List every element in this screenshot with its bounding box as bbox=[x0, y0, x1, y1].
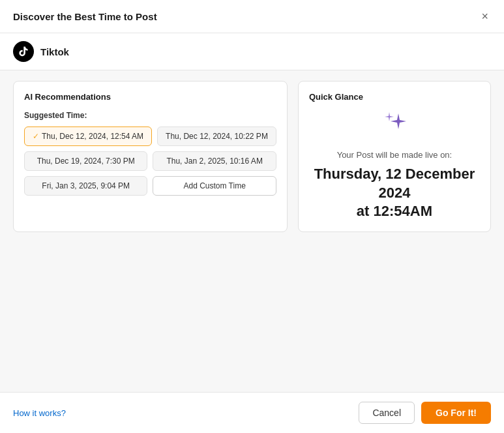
suggested-label: Suggested Time: bbox=[24, 111, 276, 120]
footer-actions: Cancel Go For It! bbox=[359, 402, 491, 424]
platform-row: Tiktok bbox=[0, 33, 504, 70]
add-custom-time-button[interactable]: Add Custom Time bbox=[153, 176, 276, 196]
sparkle-icon bbox=[379, 111, 410, 142]
tiktok-logo-svg bbox=[18, 46, 29, 57]
quick-glance-body: Your Post will be made live on: Thursday… bbox=[309, 111, 480, 221]
modal: Discover the Best Time to Post × Tiktok … bbox=[0, 0, 504, 433]
time-row-2: Thu, Dec 19, 2024, 7:30 PM Thu, Jan 2, 2… bbox=[24, 151, 276, 171]
time-chip-2[interactable]: Thu, Dec 12, 2024, 10:22 PM bbox=[157, 127, 276, 146]
modal-content: AI Recommendations Suggested Time: ✓Thu,… bbox=[0, 70, 504, 243]
go-for-it-button[interactable]: Go For It! bbox=[421, 402, 491, 424]
tiktok-icon bbox=[13, 41, 34, 62]
modal-footer: How it works? Cancel Go For It! bbox=[0, 392, 504, 433]
quick-glance-title: Quick Glance bbox=[309, 92, 480, 102]
ai-panel-title: AI Recommendations bbox=[24, 92, 276, 102]
modal-title: Discover the Best Time to Post bbox=[13, 11, 157, 22]
will-be-live-text: Your Post will be made live on: bbox=[337, 150, 452, 160]
time-chip-1[interactable]: ✓Thu, Dec 12, 2024, 12:54 AM bbox=[24, 127, 152, 146]
time-chip-4[interactable]: Thu, Jan 2, 2025, 10:16 AM bbox=[153, 151, 276, 171]
quick-glance-panel: Quick Glance Your Post will be made live… bbox=[298, 81, 491, 232]
ai-panel: AI Recommendations Suggested Time: ✓Thu,… bbox=[13, 81, 288, 232]
cancel-button[interactable]: Cancel bbox=[359, 402, 415, 424]
platform-name: Tiktok bbox=[40, 46, 69, 57]
time-chip-3[interactable]: Thu, Dec 19, 2024, 7:30 PM bbox=[24, 151, 147, 171]
time-chip-5[interactable]: Fri, Jan 3, 2025, 9:04 PM bbox=[24, 176, 147, 196]
check-icon: ✓ bbox=[33, 132, 39, 141]
time-row-1: ✓Thu, Dec 12, 2024, 12:54 AM Thu, Dec 12… bbox=[24, 127, 276, 146]
close-button[interactable]: × bbox=[479, 9, 491, 23]
how-it-works-link[interactable]: How it works? bbox=[13, 408, 66, 418]
time-row-3: Fri, Jan 3, 2025, 9:04 PM Add Custom Tim… bbox=[24, 176, 276, 196]
spacer bbox=[0, 243, 504, 392]
modal-header: Discover the Best Time to Post × bbox=[0, 0, 504, 33]
live-date: Thursday, 12 December 2024 at 12:54AM bbox=[309, 165, 480, 221]
time-grid: ✓Thu, Dec 12, 2024, 12:54 AM Thu, Dec 12… bbox=[24, 127, 276, 196]
